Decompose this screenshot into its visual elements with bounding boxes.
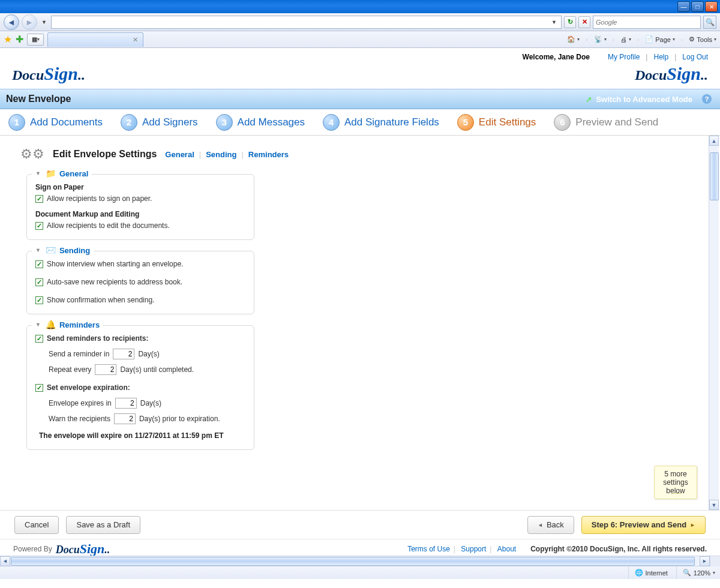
add-favorite-icon[interactable]: ✚ (16, 34, 23, 45)
rss-icon: 📡 (594, 35, 602, 43)
terms-link[interactable]: Terms of Use (407, 545, 450, 553)
step-add-messages[interactable]: 3Add Messages (216, 114, 305, 131)
envelope-title-bar: New Envelope ➚ Switch to Advanced Mode ? (0, 89, 720, 109)
browser-search-go[interactable]: 🔍 (703, 16, 716, 29)
opt-interview: Show interview when starting an envelope… (47, 260, 183, 268)
scroll-up-button[interactable]: ▲ (709, 136, 719, 146)
checkbox-markup[interactable]: ✓ (35, 222, 43, 230)
collapse-icon[interactable]: ▼ (35, 322, 41, 328)
back-button[interactable]: ◄Back (527, 516, 574, 534)
page-menu[interactable]: 📄Page▾ (645, 35, 675, 43)
checkbox-send-reminders[interactable]: ✓ (35, 335, 43, 343)
help-icon[interactable]: ? (702, 94, 712, 104)
page-title: New Envelope (6, 94, 71, 104)
next-step-button[interactable]: Step 6: Preview and Send► (581, 516, 706, 534)
stop-button[interactable]: ✕ (578, 16, 590, 28)
print-menu[interactable]: 🖨▾ (620, 36, 631, 43)
sign-on-paper-heading: Sign on Paper (35, 183, 245, 191)
bell-icon: 🔔 (46, 320, 56, 329)
home-menu[interactable]: 🏠▾ (567, 35, 580, 43)
browser-search-input[interactable] (596, 19, 698, 26)
support-link[interactable]: Support (461, 545, 486, 553)
my-profile-link[interactable]: My Profile (608, 53, 640, 61)
window-minimize-button[interactable]: — (677, 1, 690, 12)
help-link[interactable]: Help (653, 53, 668, 61)
opt-confirm-send: Show confirmation when sending. (47, 296, 154, 304)
tab-reminders[interactable]: Reminders (248, 150, 289, 159)
checkbox-autosave[interactable]: ✓ (35, 278, 43, 286)
panel-sending: ▼✉️Sending ✓Show interview when starting… (26, 251, 254, 314)
expiration-heading: Set envelope expiration: (47, 383, 130, 392)
collapse-icon[interactable]: ▼ (35, 247, 41, 253)
nav-history-dropdown[interactable]: ▼ (40, 19, 49, 25)
expire-days-input[interactable] (115, 398, 137, 409)
window-titlebar: — □ ✕ (0, 0, 720, 13)
repeat-days-input[interactable] (95, 364, 116, 375)
expiration-note: The envelope will expire on 11/27/2011 a… (39, 431, 245, 440)
folder-gear-icon: 📁 (46, 169, 56, 178)
favorites-icon[interactable]: ★ (4, 34, 12, 45)
checkbox-sign-on-paper[interactable]: ✓ (35, 195, 43, 203)
address-input[interactable] (54, 18, 550, 26)
window-maximize-button[interactable]: □ (691, 1, 704, 12)
docusign-logo-left: DocuSign.. (12, 64, 85, 84)
step-add-signature-fields[interactable]: 4Add Signature Fields (323, 114, 439, 131)
globe-icon: 🌐 (635, 569, 643, 577)
checkbox-expiration[interactable]: ✓ (35, 384, 43, 392)
nav-back-button[interactable]: ◄ (4, 14, 19, 30)
hscroll-left-button[interactable]: ◄ (0, 556, 10, 566)
save-draft-button[interactable]: Save as a Draft (66, 516, 140, 534)
browser-status-bar: 🌐Internet 🔍120%▾ (0, 566, 720, 579)
about-link[interactable]: About (497, 545, 516, 553)
send-reminders-heading: Send reminders to recipients: (47, 334, 148, 343)
tab-general[interactable]: General (165, 150, 194, 159)
opt-autosave: Auto-save new recipients to address book… (47, 278, 182, 286)
warn-days-input[interactable] (114, 413, 136, 424)
tools-menu[interactable]: ⚙Tools▾ (689, 35, 716, 43)
feeds-menu[interactable]: 📡▾ (594, 35, 607, 43)
scroll-down-button[interactable]: ▼ (709, 500, 719, 510)
vertical-scrollbar[interactable]: ▲ ▼ (709, 136, 719, 510)
tab-close-icon[interactable]: ✕ (133, 36, 138, 44)
printer-icon: 🖨 (620, 36, 627, 43)
browser-tab-toolbar: ★ ✚ ▦▾ ✕ 🏠▾ · 📡▾ · 🖨▾ · 📄Page▾ · ⚙Tools▾ (0, 31, 720, 48)
cancel-button[interactable]: Cancel (14, 516, 59, 534)
window-close-button[interactable]: ✕ (705, 1, 718, 12)
switch-advanced-link[interactable]: Switch to Advanced Mode (596, 95, 692, 104)
logout-link[interactable]: Log Out (682, 53, 708, 61)
settings-title: Edit Envelope Settings (53, 149, 157, 160)
hscroll-thumb[interactable] (11, 557, 695, 566)
panel-reminders: ▼🔔Reminders ✓Send reminders to recipient… (26, 325, 254, 450)
horizontal-scrollbar[interactable]: ◄ ► (0, 556, 720, 566)
tab-sending[interactable]: Sending (206, 150, 236, 159)
step-add-documents[interactable]: 1Add Documents (8, 114, 103, 131)
collapse-icon[interactable]: ▼ (35, 170, 41, 176)
step-edit-settings[interactable]: 5Edit Settings (457, 114, 536, 131)
gear-icon: ⚙ (689, 35, 695, 43)
home-icon: 🏠 (567, 35, 575, 43)
nav-forward-button[interactable]: ► (22, 14, 37, 30)
scroll-thumb[interactable] (710, 152, 719, 200)
content-scroll-area: ▲ ▼ ⚙⚙ Edit Envelope Settings General| S… (0, 136, 720, 510)
address-dropdown[interactable]: ▼ (550, 19, 559, 25)
refresh-button[interactable]: ↻ (564, 16, 576, 28)
status-zone-internet: 🌐Internet (628, 566, 668, 579)
docusign-logo-footer: DocuSign.. (56, 541, 110, 557)
checkbox-confirm-send[interactable]: ✓ (35, 296, 43, 304)
page-content: Welcome, Jane Doe My Profile | Help | Lo… (0, 48, 720, 556)
page-icon: 📄 (645, 35, 653, 43)
action-bar: Cancel Save as a Draft ◄Back Step 6: Pre… (0, 510, 720, 539)
reminder-days-input[interactable] (113, 349, 134, 359)
status-zoom[interactable]: 🔍120%▾ (676, 566, 715, 579)
hscroll-right-button[interactable]: ► (700, 556, 710, 566)
opt-sign-on-paper: Allow recipients to sign on paper. (47, 194, 152, 203)
checkbox-interview[interactable]: ✓ (35, 260, 43, 268)
browser-tab[interactable]: ✕ (47, 32, 143, 47)
quick-tabs-button[interactable]: ▦▾ (27, 34, 44, 46)
step-add-signers[interactable]: 2Add Signers (121, 114, 198, 131)
step-preview-send[interactable]: 6Preview and Send (554, 114, 658, 131)
wizard-steps: 1Add Documents 2Add Signers 3Add Message… (0, 109, 720, 136)
browser-search-box[interactable] (593, 16, 701, 29)
address-bar[interactable]: ▼ (51, 16, 562, 29)
zoom-icon: 🔍 (683, 569, 691, 577)
